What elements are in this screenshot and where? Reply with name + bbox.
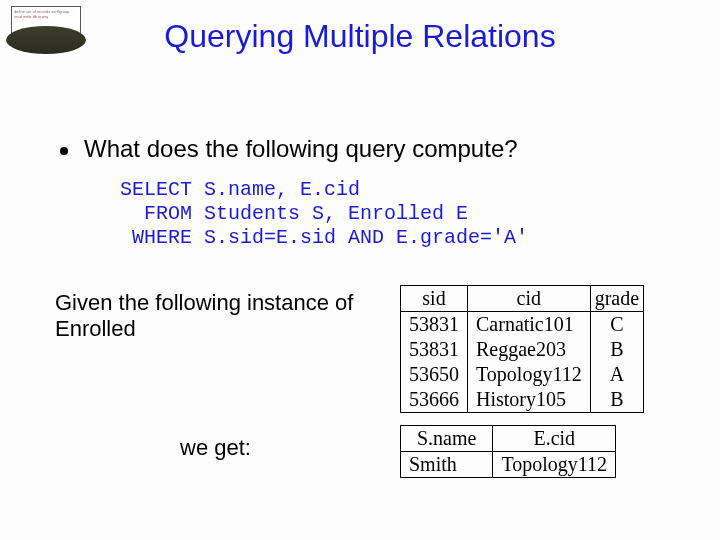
bullet-dot xyxy=(60,147,68,155)
table-row: 53831 Reggae203 B xyxy=(401,337,644,362)
enrolled-th-grade: grade xyxy=(590,286,643,312)
enrolled-th-sid: sid xyxy=(401,286,468,312)
table-row: 53666 History105 B xyxy=(401,387,644,413)
bullet-line: What does the following query compute? xyxy=(60,135,680,163)
result-th-name: S.name xyxy=(401,426,493,452)
weget-label: we get: xyxy=(180,435,251,461)
enrolled-th-cid: cid xyxy=(468,286,591,312)
sql-query: SELECT S.name, E.cid FROM Students S, En… xyxy=(120,178,528,250)
table-row: Smith Topology112 xyxy=(401,452,616,478)
slide-title: Querying Multiple Relations xyxy=(0,18,720,55)
table-row: 53831 Carnatic101 C xyxy=(401,312,644,338)
bullet-text: What does the following query compute? xyxy=(84,135,518,162)
table-row: 53650 Topology112 A xyxy=(401,362,644,387)
result-table: S.name E.cid Smith Topology112 xyxy=(400,425,616,478)
result-th-cid: E.cid xyxy=(493,426,616,452)
given-label: Given the following instance of Enrolled xyxy=(55,290,365,342)
enrolled-table: sid cid grade 53831 Carnatic101 C 53831 … xyxy=(400,285,644,413)
